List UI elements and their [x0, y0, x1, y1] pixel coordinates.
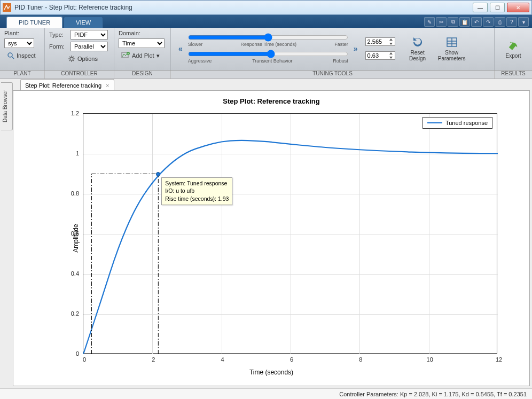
table-icon: [445, 36, 458, 49]
transient-behavior-slider[interactable]: [188, 50, 348, 58]
type-label: Type:: [49, 32, 68, 38]
window-title: PID Tuner - Step Plot: Reference trackin…: [14, 4, 473, 11]
reset-icon: [411, 36, 424, 49]
legend[interactable]: Tuned response: [423, 117, 492, 129]
minimize-button[interactable]: —: [473, 3, 488, 12]
window-titlebar: PID Tuner - Step Plot: Reference trackin…: [0, 0, 532, 15]
quick-redo-icon[interactable]: ↷: [483, 17, 494, 27]
tab-view[interactable]: VIEW: [64, 17, 103, 28]
data-tooltip: System: Tuned responseI/O: u to ufbRise …: [161, 177, 232, 205]
type-select[interactable]: PIDF: [71, 30, 108, 40]
svg-point-1: [8, 53, 12, 57]
controller-parameters-text: Controller Parameters: Kp = 2.028, Ki = …: [339, 391, 527, 397]
quick-min-ribbon-icon[interactable]: ▾: [518, 17, 529, 27]
quick-print-icon[interactable]: ⎙: [495, 17, 505, 27]
plant-label: Plant:: [4, 30, 24, 36]
data-browser-tab[interactable]: Data Browser: [1, 82, 13, 130]
transient-behavior-input[interactable]: [365, 51, 395, 60]
gear-icon: [68, 55, 75, 62]
reset-design-button[interactable]: Reset Design: [402, 33, 434, 65]
document-tab[interactable]: Step Plot: Reference tracking ×: [20, 79, 114, 91]
document-tab-label: Step Plot: Reference tracking: [25, 82, 101, 89]
quick-new-icon[interactable]: ✎: [424, 17, 435, 27]
chart-title: Step Plot: Reference tracking: [13, 97, 529, 105]
section-label-bar: PLANT CONTROLLER DESIGN TUNING TOOLS RES…: [0, 71, 532, 79]
inspect-button[interactable]: Inspect: [4, 50, 40, 61]
maximize-button[interactable]: ☐: [490, 3, 505, 12]
add-plot-button[interactable]: + Add Plot ▾: [119, 50, 166, 61]
close-button[interactable]: ✕: [507, 3, 529, 12]
svg-line-2: [12, 57, 14, 59]
slower-arrow-button[interactable]: «: [175, 44, 186, 53]
svg-rect-0: [3, 3, 11, 12]
domain-label: Domain:: [119, 30, 140, 36]
options-button[interactable]: Options: [65, 53, 109, 64]
domain-select[interactable]: Time: [119, 38, 165, 48]
quick-help-icon[interactable]: ?: [506, 17, 517, 27]
quick-cut-icon[interactable]: ✂: [436, 17, 447, 27]
quick-copy-icon[interactable]: ⧉: [448, 17, 458, 27]
response-time-slider[interactable]: [188, 34, 348, 41]
faster-arrow-button[interactable]: »: [350, 44, 361, 53]
svg-point-3: [70, 57, 73, 60]
export-icon: [507, 39, 520, 52]
ribbon-tabstrip: PID TUNER VIEW ✎ ✂ ⧉ 📋 ↶ ↷ ⎙ ? ▾: [0, 15, 532, 28]
plot-axes[interactable]: 02468101200.20.40.60.811.2System: Tuned …: [83, 113, 497, 354]
app-logo-icon: [3, 3, 11, 12]
tab-pid-tuner[interactable]: PID TUNER: [6, 17, 62, 28]
export-button[interactable]: Export: [497, 33, 529, 65]
quick-undo-icon[interactable]: ↶: [471, 17, 482, 27]
response-time-input[interactable]: [365, 37, 395, 46]
magnifier-icon: [7, 52, 14, 59]
toolstrip: Plant: sys Inspect Type:PIDF Form:Parall…: [0, 28, 532, 71]
dropdown-arrow-icon: ▾: [157, 52, 160, 59]
plot-document: Step Plot: Reference tracking Amplitude …: [13, 90, 530, 386]
plant-select[interactable]: sys: [4, 38, 34, 48]
show-parameters-button[interactable]: Show Parameters: [436, 33, 468, 65]
document-area: Data Browser Step Plot: Reference tracki…: [0, 79, 532, 388]
data-marker[interactable]: [156, 172, 160, 176]
form-select[interactable]: Parallel: [71, 42, 108, 51]
quick-paste-icon[interactable]: 📋: [459, 17, 470, 27]
status-bar: Controller Parameters: Kp = 2.028, Ki = …: [0, 388, 532, 399]
close-tab-icon[interactable]: ×: [106, 82, 109, 89]
svg-text:+: +: [128, 52, 129, 55]
y-axis-label: Amplitude: [72, 224, 80, 252]
form-label: Form:: [49, 43, 68, 50]
x-axis-label: Time (seconds): [249, 369, 293, 376]
plot-icon: +: [121, 52, 130, 59]
